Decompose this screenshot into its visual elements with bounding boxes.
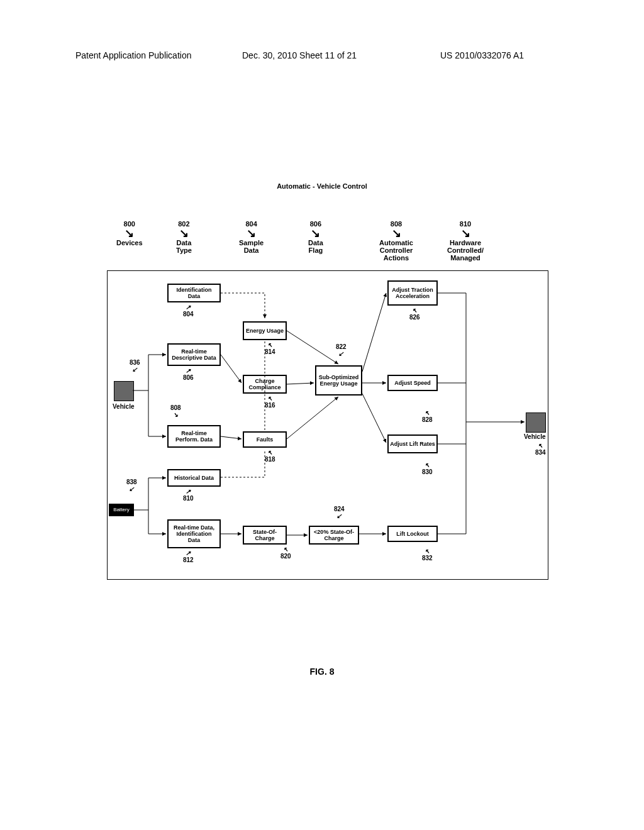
vehicle-label-right: Vehicle xyxy=(524,433,545,440)
box-soc: State-Of-Charge xyxy=(243,526,287,545)
ref-804: ↗804 xyxy=(183,304,194,318)
box-soc-20: <20% State-Of-Charge xyxy=(309,526,359,545)
pointer-icon: ↘ xyxy=(308,228,323,239)
ref-834: ↖834 xyxy=(535,442,546,456)
ref-818: ↖818 xyxy=(265,449,275,463)
ref-806: ↗806 xyxy=(183,367,194,381)
box-charge-compliance: Charge Compliance xyxy=(243,375,287,394)
vehicle-label: Vehicle xyxy=(113,403,134,410)
col-800-label: Devices xyxy=(116,239,143,246)
ref-810: ↗810 xyxy=(183,488,194,502)
svg-line-1 xyxy=(221,436,242,439)
pointer-icon: ↘ xyxy=(176,228,192,239)
ref-826: ↖826 xyxy=(409,307,420,321)
box-adj-traction: Adjust Traction Acceleration xyxy=(387,280,438,306)
col-802-label: Data Type xyxy=(176,239,192,254)
ref-832: ↖832 xyxy=(422,548,433,562)
ref-830: ↖830 xyxy=(422,462,433,475)
ref-812: ↗812 xyxy=(183,550,194,563)
box-sub-opt: Sub-Optimized Energy Usage xyxy=(315,365,362,396)
diagram-area: Vehicle 836↙ Vehicle ↖834 838↙ Battery I… xyxy=(107,270,548,580)
ref-838: 838↙ xyxy=(126,479,137,492)
battery-icon: Battery xyxy=(109,504,134,516)
box-realtime-desc: Real-time Descriptive Data xyxy=(167,343,221,366)
box-energy-usage: Energy Usage xyxy=(243,321,287,340)
box-realtime-perf: Real-time Perform. Data xyxy=(167,425,221,448)
pointer-icon: ↘ xyxy=(440,228,491,239)
box-ident-data: Identification Data xyxy=(167,284,221,302)
ref-828: ↖828 xyxy=(422,409,433,423)
svg-line-2 xyxy=(221,355,242,383)
pointer-icon: ↘ xyxy=(239,228,264,239)
ref-814: ↖814 xyxy=(265,341,275,355)
box-adj-lift: Adjust Lift Rates xyxy=(387,434,438,453)
box-adj-speed: Adjust Speed xyxy=(387,375,438,391)
header-docnum: US 2010/0332076 A1 xyxy=(440,50,524,60)
col-806-label: Data Flag xyxy=(308,239,323,254)
col-808-label: Automatic Controller Actions xyxy=(371,239,421,262)
box-faults: Faults xyxy=(243,431,287,448)
col-810-label: Hardware Controlled/ Managed xyxy=(440,239,491,262)
pointer-icon: ↘ xyxy=(371,228,421,239)
ref-820: ↖820 xyxy=(280,546,291,560)
pointer-icon: ↘ xyxy=(116,228,143,239)
vehicle-icon xyxy=(114,381,134,401)
box-lift-lockout: Lift Lockout xyxy=(387,526,438,542)
box-historical: Historical Data xyxy=(167,469,221,487)
figure-label: FIG. 8 xyxy=(0,667,644,677)
box-realtime-ident: Real-time Data, Identification Data xyxy=(167,519,221,548)
ref-808: 808↘ xyxy=(170,404,181,418)
svg-line-8 xyxy=(362,293,386,372)
ref-836: 836↙ xyxy=(130,359,140,373)
ref-822: 822↙ xyxy=(336,343,347,357)
svg-line-5 xyxy=(287,383,314,384)
header-date: Dec. 30, 2010 Sheet 11 of 21 xyxy=(242,50,357,60)
vehicle-icon-right xyxy=(526,412,546,433)
header-pub: Patent Application Publication xyxy=(75,50,191,60)
svg-line-6 xyxy=(287,397,338,439)
ref-816: ↖816 xyxy=(265,395,275,409)
ref-824: 824↙ xyxy=(334,506,345,519)
svg-line-4 xyxy=(287,331,338,364)
svg-line-10 xyxy=(362,394,386,443)
diagram-title: Automatic - Vehicle Control xyxy=(0,182,644,190)
col-804-label: Sample Data xyxy=(239,239,264,254)
